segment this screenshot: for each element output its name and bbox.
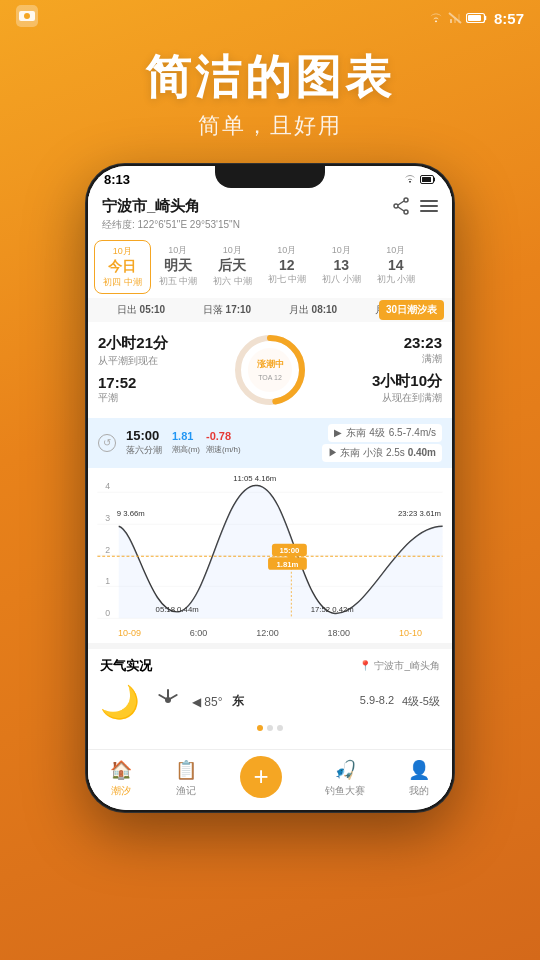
dot-2 <box>277 725 283 731</box>
tide-elapsed: 2小时21分 <box>98 334 222 353</box>
info-speed-val: -0.78 潮速(m/h) <box>206 430 241 455</box>
tab-lunar-4: 初八 小潮 <box>322 273 361 286</box>
svg-rect-18 <box>420 210 438 212</box>
wave-info: ▶ 东南 小浪 2.5s 0.40m <box>322 444 442 462</box>
nav-item-add[interactable]: + <box>240 756 282 802</box>
date-tab-today[interactable]: 10月 今日 初四 中潮 <box>94 240 151 294</box>
tab-month-4: 10月 <box>322 244 361 257</box>
add-button[interactable]: + <box>240 756 282 798</box>
tab-day-3: 12 <box>268 257 307 273</box>
date-tab-3[interactable]: 10月 12 初七 中潮 <box>260 240 315 294</box>
menu-icon[interactable] <box>420 197 438 215</box>
nav-item-fishing[interactable]: 🎣 钓鱼大赛 <box>325 759 365 798</box>
nav-item-tide[interactable]: 🏠 潮汐 <box>110 759 132 798</box>
location-actions[interactable] <box>392 197 438 215</box>
bottom-nav: 🏠 潮汐 📋 渔记 + 🎣 钓鱼大赛 👤 <box>88 749 452 807</box>
log-icon: 📋 <box>175 759 197 781</box>
location-coords: 经纬度: 122°6'51"E 29°53'15"N <box>102 218 240 232</box>
location-pin-icon: 📍 <box>359 660 371 671</box>
wave-height: 0.40m <box>408 447 436 458</box>
svg-rect-47 <box>158 693 167 699</box>
date-tab-1[interactable]: 10月 明天 初五 中潮 <box>151 240 206 294</box>
xaxis-label-0: 10-09 <box>118 628 141 638</box>
svg-line-14 <box>398 201 404 205</box>
tab-day-4: 13 <box>322 257 361 273</box>
weather-location: 📍 宁波市_崎头角 <box>359 659 440 673</box>
sunset-label: 日落 17:10 <box>203 303 251 317</box>
height-unit: 潮高(m) <box>172 445 200 454</box>
svg-text:3: 3 <box>105 513 110 523</box>
svg-rect-17 <box>420 205 438 207</box>
svg-rect-8 <box>468 15 481 21</box>
tide-high-time: 23:23 <box>318 334 442 351</box>
nav-label-tide: 潮汐 <box>111 784 131 798</box>
phone-time: 8:13 <box>104 172 130 187</box>
nav-label-log: 渔记 <box>176 784 196 798</box>
svg-rect-4 <box>450 19 452 23</box>
sun-moon-bar: 日出 05:10 日落 17:10 月出 08:10 月落 19:10 30日潮… <box>88 298 452 322</box>
svg-text:17:52  0.42m: 17:52 0.42m <box>311 604 354 613</box>
status-time: 8:57 <box>494 10 524 27</box>
tab-month-5: 10月 <box>377 244 416 257</box>
svg-text:4: 4 <box>105 481 110 491</box>
dot-indicator <box>100 721 440 735</box>
tab-day-2: 后天 <box>213 257 252 275</box>
svg-rect-10 <box>422 177 431 182</box>
svg-rect-46 <box>167 689 169 698</box>
wave-dir: ▶ 东南 小浪 <box>328 447 384 458</box>
svg-rect-48 <box>169 693 178 699</box>
info-time: 15:00 <box>126 428 159 443</box>
share-icon[interactable] <box>392 197 410 215</box>
speed-unit: 潮速(m/h) <box>206 445 241 454</box>
date-tab-4[interactable]: 10月 13 初八 小潮 <box>314 240 369 294</box>
refresh-button[interactable]: ↺ <box>98 434 116 452</box>
tide-next-time: 17:52 <box>98 374 136 391</box>
hero-section: 简洁的图表 简单，且好用 <box>0 32 540 151</box>
dot-0 <box>257 725 263 731</box>
tab-day-0: 今日 <box>103 258 142 276</box>
wind-turbine-icon <box>154 686 182 714</box>
svg-text:2: 2 <box>105 545 110 555</box>
tab-lunar-2: 初六 中潮 <box>213 275 252 288</box>
tide-chart: 4 3 2 1 0 9 3.66m 05:18 0.44m <box>96 468 444 628</box>
nav-item-log[interactable]: 📋 渔记 <box>175 759 197 798</box>
svg-point-2 <box>24 13 30 19</box>
tab-lunar-5: 初九 小潮 <box>377 273 416 286</box>
date-tabs: 10月 今日 初四 中潮 10月 明天 初五 中潮 10月 后天 初六 中潮 <box>88 236 452 298</box>
tide-card-left: 2小时21分 从平潮到现在 17:52 平潮 <box>98 334 222 405</box>
speed-value: -0.78 <box>206 430 231 442</box>
nav-item-profile[interactable]: 👤 我的 <box>408 759 430 798</box>
date-tab-2[interactable]: 10月 后天 初六 中潮 <box>205 240 260 294</box>
weather-header: 天气实况 📍 宁波市_崎头角 <box>100 657 440 675</box>
tide-card-right: 23:23 满潮 3小时10分 从现在到满潮 <box>318 334 442 405</box>
hero-subtitle: 简单，且好用 <box>0 111 540 141</box>
svg-rect-6 <box>458 14 460 23</box>
tab-lunar-1: 初五 中潮 <box>159 275 198 288</box>
wind-dir: 东南 4级 <box>346 426 384 440</box>
status-icons <box>428 12 488 24</box>
tab-day-1: 明天 <box>159 257 198 275</box>
svg-text:9  3.66m: 9 3.66m <box>117 509 145 518</box>
tide-icon: 🏠 <box>110 759 132 781</box>
svg-point-11 <box>404 198 408 202</box>
wind-direction: 东 <box>232 693 244 710</box>
info-vals: 1.81 潮高(m) -0.78 潮速(m/h) <box>172 430 241 455</box>
info-height-label: 落六分潮 <box>126 445 162 455</box>
tide-cards: 2小时21分 从平潮到现在 17:52 平潮 <box>88 322 452 418</box>
tide-table-button[interactable]: 30日潮汐表 <box>379 300 444 320</box>
date-tab-5[interactable]: 10月 14 初九 小潮 <box>369 240 424 294</box>
tide-remain-label: 从现在到满潮 <box>318 391 442 405</box>
tab-month-1: 10月 <box>159 244 198 257</box>
location-header: 宁波市_崎头角 经纬度: 122°6'51"E 29°53'15"N <box>88 189 452 236</box>
phone-notch <box>215 166 325 188</box>
wind-level-tag: 4级-5级 <box>402 694 440 709</box>
svg-text:1: 1 <box>105 576 110 586</box>
wind-section <box>154 686 182 718</box>
tab-month-0: 10月 <box>103 245 142 258</box>
hero-title: 简洁的图表 <box>0 52 540 103</box>
phone-inner: 8:13 <box>88 166 452 810</box>
moonrise-label: 月出 08:10 <box>289 303 337 317</box>
xaxis-label-2: 12:00 <box>256 628 279 638</box>
svg-text:15:00: 15:00 <box>279 546 299 555</box>
wind-degrees: ◀ 85° <box>192 695 222 709</box>
